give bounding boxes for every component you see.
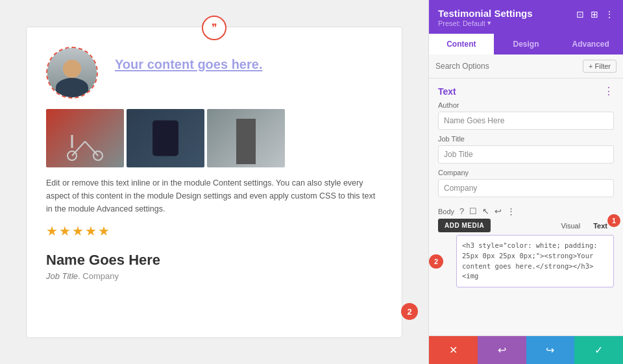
- more-icon[interactable]: ⋮: [605, 9, 614, 19]
- svg-line-2: [72, 141, 85, 156]
- code-editor-wrapper: 2 <h3 style="color: white; padding: 25px…: [447, 235, 623, 287]
- phone-shape: [153, 120, 178, 156]
- company-field-group: Company: [429, 169, 623, 202]
- panel-header: Testimonial Settings Preset: Default ▾ ⊡…: [429, 0, 623, 34]
- author-name: Name Goes Here: [46, 252, 382, 269]
- code-editor[interactable]: <h3 style="color: white; padding: 25px 0…: [456, 235, 614, 287]
- grid-icon[interactable]: ⊞: [591, 9, 598, 19]
- image-1: [46, 109, 124, 167]
- canvas-area: ❞ Your content goes here.: [0, 0, 428, 364]
- job-title-field-group: Job Title: [429, 135, 623, 169]
- undo-button[interactable]: ↩: [478, 336, 526, 364]
- mobile-icon[interactable]: ☐: [469, 206, 477, 216]
- help-icon[interactable]: ?: [459, 206, 464, 216]
- company-text: Company: [82, 271, 119, 281]
- add-media-button[interactable]: ADD MEDIA: [438, 219, 491, 232]
- avatar-inner: [47, 48, 97, 97]
- tabs-row: Content Design Advanced: [429, 34, 623, 55]
- panel-header-icons: ⊡ ⊞ ⋮: [576, 9, 614, 19]
- fullscreen-icon[interactable]: ⊡: [576, 9, 584, 19]
- company-input[interactable]: [438, 179, 614, 197]
- badge-2-container: 2: [401, 303, 418, 320]
- company-label: Company: [438, 169, 614, 176]
- panel-preset[interactable]: Preset: Default ▾: [438, 19, 533, 27]
- svg-line-3: [85, 141, 98, 156]
- body-toolbar: Body ? ☐ ↖ ↩ ⋮: [429, 202, 623, 219]
- job-title-input[interactable]: [438, 145, 614, 164]
- star-rating: ★★★★★: [46, 223, 382, 239]
- author-label: Author: [438, 101, 614, 109]
- undo-icon[interactable]: ↩: [495, 206, 502, 216]
- bottom-bar: ✕ ↩ ↪ ✓: [429, 335, 623, 364]
- panel-title: Testimonial Settings: [438, 8, 533, 19]
- panel-body: Text ⋮ Author Job Title Company Body ? ☐…: [429, 79, 623, 335]
- job-title-label: Job Title: [438, 135, 614, 143]
- cancel-button[interactable]: ✕: [429, 336, 478, 364]
- author-subtitle: Job Title. Company: [46, 271, 382, 281]
- body-label: Body: [438, 208, 454, 215]
- section-more-icon[interactable]: ⋮: [604, 85, 614, 97]
- section-title-text: Text: [438, 86, 456, 97]
- job-title-text: Job Title: [46, 271, 78, 281]
- settings-panel: Testimonial Settings Preset: Default ▾ ⊡…: [428, 0, 623, 364]
- quote-icon: ❞: [202, 16, 226, 40]
- avatar: [46, 47, 98, 99]
- body-more-icon[interactable]: ⋮: [507, 206, 515, 216]
- badge-1: 1: [607, 214, 620, 227]
- tab-content[interactable]: Content: [429, 34, 494, 55]
- body-text: Edit or remove this text inline or in th…: [46, 176, 382, 215]
- badge-2: 2: [401, 303, 418, 320]
- confirm-button[interactable]: ✓: [574, 336, 623, 364]
- module-card: ❞ Your content goes here.: [26, 27, 402, 338]
- images-row: [46, 109, 382, 167]
- redo-button[interactable]: ↪: [526, 336, 575, 364]
- tab-design[interactable]: Design: [494, 34, 559, 55]
- card-title: Your content goes here.: [108, 47, 269, 76]
- author-field-group: Author: [429, 101, 623, 135]
- search-input[interactable]: [435, 62, 579, 71]
- image-2: [127, 109, 204, 167]
- panel-title-block: Testimonial Settings Preset: Default ▾: [438, 8, 533, 27]
- image-3: [207, 109, 285, 167]
- badge-2-panel: 2: [429, 254, 443, 269]
- avatar-person: [47, 48, 97, 97]
- cursor-icon[interactable]: ↖: [482, 206, 489, 216]
- author-input[interactable]: [438, 112, 614, 130]
- scooter-shape: [66, 128, 104, 161]
- content-title: Your content goes here.: [108, 53, 269, 76]
- text-section-header: Text ⋮: [429, 79, 623, 101]
- figure-shape: [236, 119, 256, 164]
- tab-advanced[interactable]: Advanced: [558, 34, 623, 55]
- media-tabs-row: ADD MEDIA Visual Text 1: [429, 219, 623, 235]
- filter-button[interactable]: + Filter: [583, 60, 617, 73]
- search-row: + Filter: [429, 55, 623, 79]
- visual-tab[interactable]: Visual: [554, 219, 587, 232]
- card-top: Your content goes here.: [46, 47, 382, 99]
